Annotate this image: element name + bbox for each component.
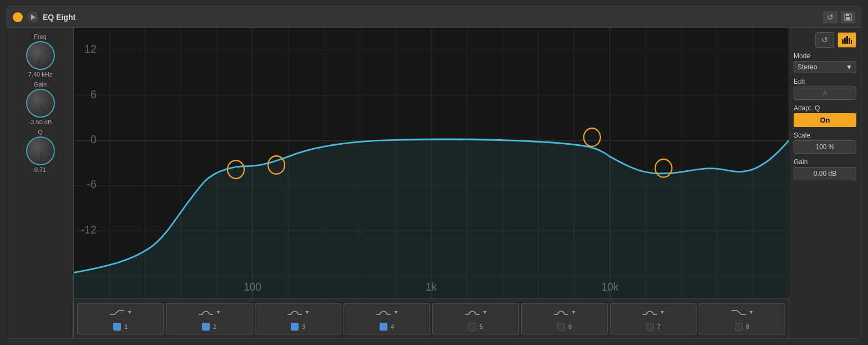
q-knob[interactable] <box>26 136 55 165</box>
band-dropdown-arrow-1[interactable]: ▼ <box>127 310 132 315</box>
edit-label: Edit <box>794 78 856 85</box>
band-active-indicator-1[interactable] <box>113 323 121 331</box>
svg-text:3: 3 <box>275 161 279 170</box>
band-button-2[interactable]: ▼ 2 <box>166 303 253 334</box>
svg-text:-6: -6 <box>87 178 97 191</box>
band-dropdown-arrow-4[interactable]: ▼ <box>393 310 398 315</box>
center-panel: 12 6 0 -6 -12 100 1k 10k 1 <box>74 28 789 338</box>
band-button-3[interactable]: ▼ 3 <box>255 303 341 334</box>
band-button-5[interactable]: ▼ 5 <box>432 303 519 334</box>
band-active-indicator-4[interactable] <box>380 323 387 331</box>
svg-rect-47 <box>846 36 848 44</box>
svg-rect-48 <box>849 38 850 44</box>
filter-type-icon-4 <box>375 306 392 319</box>
spectrum-button[interactable] <box>837 32 856 48</box>
band-button-8[interactable]: ▼ 8 <box>699 303 785 334</box>
mode-label: Mode <box>794 52 856 60</box>
scale-value[interactable]: 100 % <box>794 140 856 154</box>
band-number-4: 4 <box>391 323 394 330</box>
svg-rect-49 <box>851 40 852 44</box>
band-number-5: 5 <box>480 323 483 330</box>
band-active-indicator-6[interactable] <box>557 323 565 331</box>
mode-value: Stereo <box>798 63 817 71</box>
adaptq-label: Adapt. Q <box>794 104 856 112</box>
band-button-1[interactable]: ▼ 1 <box>77 303 164 334</box>
play-button[interactable] <box>27 12 38 23</box>
eq-plugin: EQ Eight ↺ Freq 7.40 kHz Gai <box>7 6 861 339</box>
gain-value-right[interactable]: 0.00 dB <box>794 167 856 180</box>
left-panel: Freq 7.40 kHz Gain -3.50 dB Q 0.71 <box>7 28 74 338</box>
filter-type-icon-3 <box>286 306 303 319</box>
filter-type-icon-8 <box>730 306 747 319</box>
title-actions: ↺ <box>823 11 855 23</box>
gain-section: Gain -3.50 dB <box>26 81 55 125</box>
refresh-icon[interactable]: ↺ <box>823 11 837 23</box>
band-number-1: 1 <box>124 323 128 330</box>
svg-text:2: 2 <box>662 165 665 173</box>
band-active-indicator-7[interactable] <box>646 323 654 331</box>
edit-button[interactable]: A <box>794 87 856 100</box>
band-button-7[interactable]: ▼ 7 <box>610 303 697 334</box>
freq-section: Freq 7.40 kHz <box>26 33 55 78</box>
scale-label: Scale <box>794 131 856 139</box>
band-buttons: ▼ 1 ▼ 2 ▼ 3 <box>74 298 789 338</box>
gain-knob[interactable] <box>26 89 55 118</box>
svg-rect-45 <box>842 39 844 44</box>
band-active-indicator-2[interactable] <box>202 323 210 331</box>
band-active-indicator-3[interactable] <box>291 323 299 331</box>
scale-section: Scale 100 % <box>794 131 856 154</box>
band-dropdown-arrow-6[interactable]: ▼ <box>571 310 576 315</box>
svg-text:0: 0 <box>90 133 97 145</box>
filter-type-icon-6 <box>553 306 569 319</box>
band-dropdown-arrow-2[interactable]: ▼ <box>216 310 221 315</box>
main-area: Freq 7.40 kHz Gain -3.50 dB Q 0.71 <box>7 28 861 338</box>
mode-select[interactable]: Stereo ▼ <box>794 61 856 73</box>
gain-label-right: Gain <box>794 158 856 166</box>
save-icon[interactable] <box>841 11 855 23</box>
mode-arrow: ▼ <box>846 63 852 71</box>
q-value: 0.71 <box>34 166 46 173</box>
svg-rect-1 <box>846 14 849 16</box>
freq-value: 7.40 kHz <box>28 71 52 78</box>
svg-text:-12: -12 <box>81 223 97 236</box>
band-number-6: 6 <box>568 323 572 330</box>
gain-label: Gain <box>34 81 47 88</box>
svg-text:1: 1 <box>234 166 238 175</box>
gain-value: -3.50 dB <box>29 119 52 125</box>
band-button-6[interactable]: ▼ 6 <box>521 303 608 334</box>
band-button-4[interactable]: ▼ 4 <box>344 303 430 334</box>
freq-knob[interactable] <box>26 41 55 70</box>
band-number-7: 7 <box>657 323 660 330</box>
band-dropdown-arrow-8[interactable]: ▼ <box>749 310 754 315</box>
plugin-title: EQ Eight <box>43 13 819 22</box>
svg-rect-46 <box>844 38 846 44</box>
svg-text:6: 6 <box>90 88 97 100</box>
filter-type-icon-2 <box>198 306 214 319</box>
band-active-indicator-5[interactable] <box>468 323 476 331</box>
svg-rect-2 <box>846 17 850 20</box>
band-dropdown-arrow-5[interactable]: ▼ <box>482 310 487 315</box>
band-number-2: 2 <box>213 323 216 330</box>
gain-section-right: Gain 0.00 dB <box>794 158 856 180</box>
freq-label: Freq <box>34 33 47 40</box>
edit-section: Edit A <box>794 78 856 100</box>
adaptq-button[interactable]: On <box>794 113 856 127</box>
q-section: Q 0.71 <box>26 129 55 173</box>
eq-display[interactable]: 12 6 0 -6 -12 100 1k 10k 1 <box>74 28 789 298</box>
filter-type-icon-5 <box>464 306 481 319</box>
band-number-8: 8 <box>746 323 749 330</box>
adaptq-section: Adapt. Q On <box>794 104 856 127</box>
filter-type-icon-7 <box>642 306 658 319</box>
right-top-buttons: ↺ <box>794 32 856 48</box>
right-panel: ↺ Mode Stereo ▼ <box>789 28 861 338</box>
undo-button[interactable]: ↺ <box>815 32 834 48</box>
band-number-3: 3 <box>302 323 305 330</box>
q-label: Q <box>38 129 43 135</box>
band-dropdown-arrow-3[interactable]: ▼ <box>305 310 310 315</box>
title-bar: EQ Eight ↺ <box>7 7 861 28</box>
band-active-indicator-8[interactable] <box>735 323 743 331</box>
filter-type-icon-1 <box>109 306 125 319</box>
band-dropdown-arrow-7[interactable]: ▼ <box>660 310 665 315</box>
svg-text:4: 4 <box>591 134 594 142</box>
power-indicator[interactable] <box>13 12 23 22</box>
